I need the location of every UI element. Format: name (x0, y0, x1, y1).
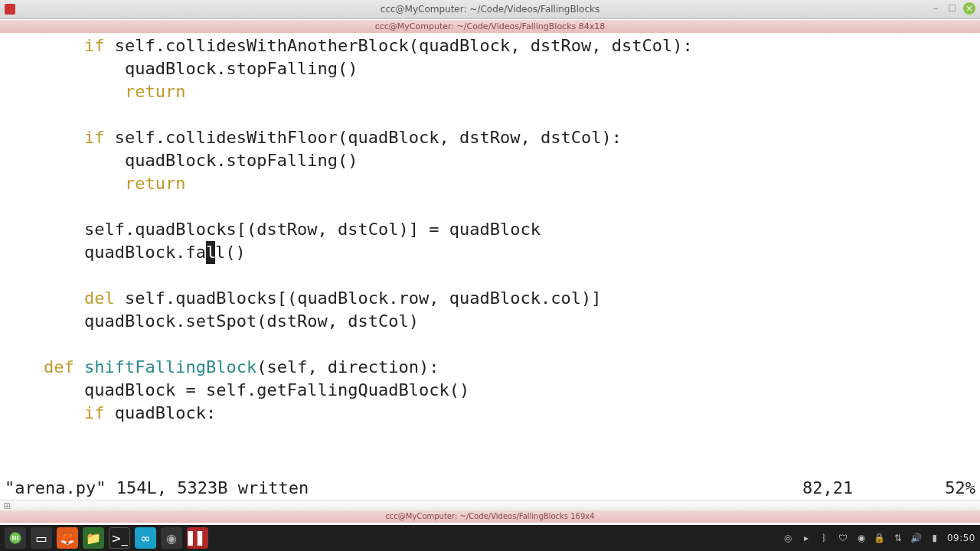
vim-message: "arena.py" 154L, 5323B written (5, 477, 309, 500)
taskbar-clock[interactable]: 09:50 (947, 533, 975, 543)
taskbar-app-files[interactable]: 📁 (83, 527, 104, 549)
pane-separator[interactable]: ⊞ (0, 500, 980, 510)
code-line: quadBlock.stopFalling() (3, 59, 358, 78)
tray-obs-icon[interactable]: ◎ (782, 533, 794, 543)
code-line (3, 266, 13, 285)
code-line: del self.quadBlocks[(quadBlock.row, quad… (3, 289, 601, 308)
tray-volume-icon[interactable]: 🔊 (910, 533, 923, 543)
pane-title-2: ccc@MyComputer: ~/Code/Videos/FallingBlo… (0, 510, 980, 523)
code-line: return (3, 82, 185, 101)
tray-network-icon[interactable]: ⇅ (892, 533, 904, 543)
vim-statusline: "arena.py" 154L, 5323B written 82,21 52% (0, 477, 980, 500)
vim-scroll-percent: 52% (945, 477, 975, 500)
text-cursor: l (206, 241, 215, 264)
tray-bluetooth-icon[interactable]: ᛒ (818, 533, 831, 543)
window-close-button[interactable]: × (963, 2, 975, 15)
taskbar-app-obs[interactable]: ◉ (161, 527, 182, 549)
tray-update-icon[interactable]: 🛡 (837, 533, 849, 543)
code-line: quadBlock = self.getFallingQuadBlock() (3, 380, 469, 399)
show-desktop-button[interactable]: ▭ (31, 527, 52, 549)
taskbar-app-recorder[interactable]: ▌▌ (187, 527, 208, 549)
taskbar: ▭ 🦊 📁 >_ ∞ ◉ ▌▌ ◎ ▸ ᛒ 🛡 ◉ 🔒 ⇅ 🔊 ▮ 09:50 (0, 525, 980, 551)
code-line: if self.collidesWithFloor(quadBlock, dst… (3, 128, 622, 147)
code-line (3, 334, 13, 354)
app-icon (5, 4, 15, 15)
code-line: if quadBlock: (3, 403, 216, 422)
code-line: return (3, 174, 185, 193)
window-maximize-button[interactable]: ☐ (946, 2, 959, 15)
taskbar-app-firefox[interactable]: 🦊 (57, 527, 78, 549)
code-line (3, 105, 13, 124)
tray-expand-icon[interactable]: ▸ (800, 533, 812, 543)
pane-title-1: ccc@MyComputer: ~/Code/Videos/FallingBlo… (0, 19, 980, 33)
tray-shield-icon[interactable]: ◉ (855, 533, 867, 543)
code-line: def shiftFallingBlock(self, direction): (3, 357, 439, 377)
taskbar-app-terminal[interactable]: >_ (109, 527, 130, 549)
taskbar-app-code[interactable]: ∞ (135, 527, 156, 549)
code-line-cursor: quadBlock.fall() (3, 243, 246, 262)
start-menu-button[interactable] (5, 527, 26, 549)
code-line: quadBlock.setSpot(dstRow, dstCol) (3, 311, 419, 331)
code-editor[interactable]: if self.collidesWithAnotherBlock(quadBlo… (0, 33, 980, 477)
tray-battery-icon[interactable]: ▮ (929, 533, 941, 543)
code-line (3, 197, 13, 216)
vim-cursor-position: 82,21 (802, 477, 853, 500)
code-line: quadBlock.stopFalling() (3, 151, 358, 170)
code-line: if self.collidesWithAnotherBlock(quadBlo… (3, 36, 693, 55)
tray-lock-icon[interactable]: 🔒 (874, 533, 886, 543)
window-titlebar: ccc@MyComputer: ~/Code/Videos/FallingBlo… (0, 0, 980, 19)
code-line: self.quadBlocks[(dstRow, dstCol)] = quad… (3, 220, 541, 239)
window-minimize-button[interactable]: – (929, 2, 942, 15)
window-title: ccc@MyComputer: ~/Code/Videos/FallingBlo… (381, 4, 599, 15)
